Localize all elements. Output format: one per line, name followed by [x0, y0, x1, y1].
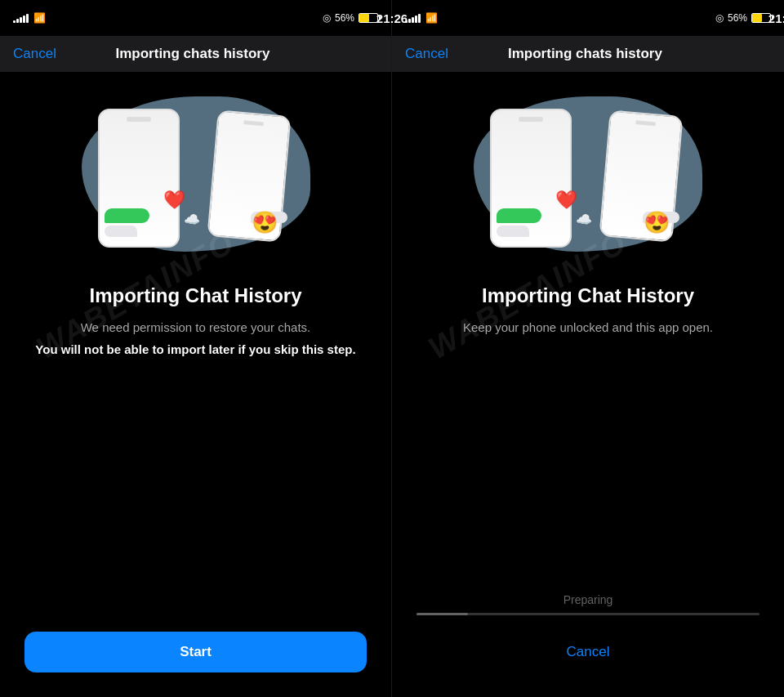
- status-right-right: ◎ 56%: [715, 12, 771, 24]
- status-left-icons: 📶: [13, 12, 46, 24]
- heart-emoji-left: ❤️: [163, 190, 185, 211]
- content-left: ❤️ ☁️ 😍 Importing Chat History We need p…: [0, 72, 391, 615]
- nav-title-left: Importing chats history: [116, 46, 270, 62]
- nav-bar-left: Cancel Importing chats history: [0, 36, 391, 72]
- wifi-icon: 📶: [33, 12, 46, 24]
- chat-bubble-green-right: [497, 208, 541, 223]
- battery-fill-left: [359, 14, 369, 22]
- signal-icon: [13, 13, 29, 23]
- battery-percent-left: 56%: [335, 12, 354, 24]
- love-emoji-left: 😍: [252, 210, 278, 235]
- heart-emoji-right: ❤️: [555, 190, 577, 211]
- preparing-label: Preparing: [416, 593, 760, 606]
- nav-bar-right: Cancel Importing chats history: [392, 36, 784, 72]
- status-left-icons-right: 📶: [405, 12, 438, 24]
- cancel-button-nav-left[interactable]: Cancel: [13, 46, 56, 62]
- cloud-emoji-right: ☁️: [576, 212, 592, 227]
- chat-bubble-green-left: [105, 208, 149, 223]
- status-time-left: 21:26: [376, 11, 408, 25]
- main-title-left: Importing Chat History: [89, 284, 301, 307]
- right-screen: 📶 21:26 ◎ 56% Cancel Importing chats his…: [392, 0, 784, 697]
- left-screen: 📶 21:26 ◎ 56% Cancel Importing chats his…: [0, 0, 392, 697]
- content-right: ❤️ ☁️ 😍 Importing Chat History Keep your…: [392, 72, 784, 593]
- status-bar-left: 📶 21:26 ◎ 56%: [0, 0, 391, 36]
- illustration-left: ❤️ ☁️ 😍: [65, 88, 327, 268]
- bottom-area-left: Start: [0, 615, 391, 697]
- status-right-left: ◎ 56%: [323, 12, 378, 24]
- location-icon-right: ◎: [715, 12, 724, 24]
- nav-title-right: Importing chats history: [508, 46, 662, 62]
- cancel-button-bottom[interactable]: Cancel: [416, 632, 760, 672]
- progress-area: Preparing Cancel: [392, 593, 784, 697]
- battery-icon-left: [359, 13, 378, 23]
- battery-percent-right: 56%: [728, 12, 747, 24]
- progress-bar-fill: [416, 613, 468, 615]
- location-icon: ◎: [323, 12, 331, 24]
- battery-icon-right: [751, 13, 771, 23]
- subtitle-left: We need permission to restore your chats…: [81, 320, 311, 334]
- warning-text-left: You will not be able to import later if …: [35, 342, 355, 356]
- cancel-button-nav-right[interactable]: Cancel: [405, 46, 448, 62]
- wifi-icon-right: 📶: [425, 12, 438, 24]
- love-emoji-right: 😍: [644, 210, 670, 235]
- progress-bar-track: [416, 613, 760, 615]
- status-bar-right: 📶 21:26 ◎ 56%: [392, 0, 784, 36]
- main-title-right: Importing Chat History: [482, 284, 694, 307]
- illustration-right: ❤️ ☁️ 😍: [457, 88, 719, 268]
- subtitle-right: Keep your phone unlocked and this app op…: [463, 320, 713, 334]
- battery-fill-right: [752, 14, 762, 22]
- chat-bubble-white-left: [105, 226, 137, 237]
- cloud-emoji-left: ☁️: [184, 212, 200, 227]
- chat-bubble-white-left-right: [497, 226, 529, 237]
- start-button[interactable]: Start: [24, 632, 367, 672]
